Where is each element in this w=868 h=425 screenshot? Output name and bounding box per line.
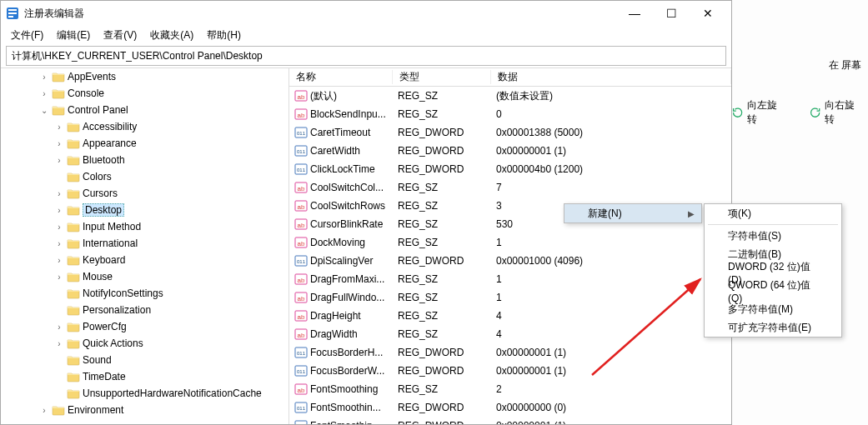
ctx-sub-item[interactable]: 可扩充字符串值(E)	[705, 318, 841, 337]
value-data: 0x00000000 (0)	[491, 402, 731, 413]
chevron-right-icon[interactable]: ›	[54, 156, 64, 165]
tree-item[interactable]: UnsupportedHardwareNotificationCache	[1, 385, 288, 402]
ctx-sub-item[interactable]: 项(K)	[705, 204, 841, 222]
col-data[interactable]: 数据	[491, 70, 731, 84]
tree-item[interactable]: ›Cursors	[1, 185, 288, 202]
chevron-right-icon[interactable]: ›	[54, 339, 64, 348]
tree-item[interactable]: ›Environment	[1, 402, 288, 418]
titlebar[interactable]: 注册表编辑器 — ☐ ✕	[1, 1, 731, 26]
tree-item[interactable]: Sound	[1, 352, 288, 368]
ctx-sub-item[interactable]: 字符串值(S)	[705, 227, 841, 245]
chevron-down-icon[interactable]: ⌄	[39, 106, 49, 115]
chevron-right-icon[interactable]: ›	[54, 122, 64, 132]
list-header[interactable]: 名称 类型 数据	[289, 68, 731, 87]
list-row[interactable]: abCoolSwitchCol...REG_SZ7	[289, 178, 731, 197]
menu-file[interactable]: 文件(F)	[6, 27, 48, 44]
tree-item[interactable]: ›Keyboard	[1, 252, 288, 268]
chevron-right-icon[interactable]: ›	[54, 322, 64, 332]
list-row[interactable]: abDragFullWindo...REG_SZ1	[289, 288, 731, 307]
list-row[interactable]: 011FocusBorderW...REG_DWORD0x00000001 (1…	[289, 362, 731, 380]
chevron-right-icon[interactable]: ›	[54, 256, 64, 265]
value-type: REG_SZ	[393, 182, 491, 193]
tree-item[interactable]: Colors	[1, 168, 288, 185]
col-type[interactable]: 类型	[393, 70, 491, 84]
value-data: 0x00001388 (5000)	[491, 127, 731, 138]
tree-item[interactable]: ›International	[1, 235, 288, 252]
tree-item[interactable]: ›Quick Actions	[1, 335, 288, 352]
minimize-button[interactable]: —	[616, 1, 653, 26]
value-type: REG_DWORD	[393, 365, 491, 377]
list-row[interactable]: abDragWidthREG_SZ4	[289, 325, 731, 343]
tree-item[interactable]: ›Console	[1, 85, 288, 102]
value-data: 0x00000001 (1)	[491, 365, 731, 377]
folder-icon	[67, 321, 80, 332]
tree-item[interactable]: NotifyIconSettings	[1, 285, 288, 302]
value-name: CaretTimeout	[310, 127, 370, 138]
tree-item[interactable]: ›PowerCfg	[1, 318, 288, 335]
svg-rect-2	[8, 12, 17, 14]
tree-item[interactable]: ›Desktop	[1, 202, 288, 218]
value-name: (默认)	[310, 89, 337, 103]
tree-item-label: Appearance	[83, 138, 137, 149]
tree-item-label: NotifyIconSettings	[83, 288, 163, 299]
tree-item[interactable]: TimeDate	[1, 368, 288, 385]
chevron-right-icon[interactable]: ›	[54, 272, 64, 282]
chevron-right-icon[interactable]: ›	[54, 239, 64, 248]
list-row[interactable]: 011FontSmoothin...REG_DWORD0x00000000 (0…	[289, 398, 731, 417]
chevron-right-icon[interactable]: ›	[39, 72, 49, 82]
menu-favorites[interactable]: 收藏夹(A)	[145, 27, 198, 44]
tree-item[interactable]: ›Appearance	[1, 135, 288, 152]
list-row[interactable]: 011ClickLockTimeREG_DWORD0x000004b0 (120…	[289, 160, 731, 178]
list-row[interactable]: abFontSmoothingREG_SZ2	[289, 380, 731, 398]
menu-edit[interactable]: 编辑(E)	[52, 27, 95, 44]
ctx-sub-item[interactable]: 多字符串值(M)	[705, 300, 841, 318]
value-data: 1	[491, 292, 731, 303]
list-row[interactable]: 011CaretWidthREG_DWORD0x00000001 (1)	[289, 142, 731, 160]
chevron-right-icon[interactable]: ›	[54, 206, 64, 215]
chevron-right-icon[interactable]: ›	[54, 189, 64, 198]
value-data: 0x000004b0 (1200)	[491, 163, 731, 175]
reg-sz-icon: ab	[294, 181, 308, 194]
value-type: REG_SZ	[393, 108, 491, 120]
tree-item[interactable]: Personalization	[1, 302, 288, 318]
tree-item[interactable]: ›Bluetooth	[1, 152, 288, 168]
ctx-new[interactable]: 新建(N) ▶	[564, 204, 701, 222]
address-bar[interactable]: 计算机\HKEY_CURRENT_USER\Control Panel\Desk…	[6, 46, 726, 66]
menu-help[interactable]: 帮助(H)	[202, 27, 246, 44]
value-type: REG_SZ	[393, 200, 491, 212]
list-row[interactable]: abBlockSendInpu...REG_SZ0	[289, 105, 731, 123]
list-row[interactable]: 011FocusBorderH...REG_DWORD0x00000001 (1…	[289, 343, 731, 362]
list-row[interactable]: 011CaretTimeoutREG_DWORD0x00001388 (5000…	[289, 123, 731, 142]
tree-item[interactable]: ⌄Control Panel	[1, 102, 288, 118]
tree-item[interactable]: ›Input Method	[1, 218, 288, 235]
list-row[interactable]: ab(默认)REG_SZ(数值未设置)	[289, 87, 731, 105]
list-pane[interactable]: 名称 类型 数据 ab(默认)REG_SZ(数值未设置)abBlockSendI…	[289, 68, 731, 424]
regedit-icon	[6, 7, 19, 20]
reg-sz-icon: ab	[294, 89, 308, 102]
col-name[interactable]: 名称	[289, 70, 393, 84]
svg-text:ab: ab	[298, 332, 305, 339]
rotate-right-button[interactable]: 向右旋转	[809, 98, 863, 127]
tree-item[interactable]: ›AppEvents	[1, 68, 288, 85]
list-row[interactable]: abDragHeightREG_SZ4	[289, 307, 731, 325]
rotate-left-button[interactable]: 向左旋转	[731, 98, 785, 127]
tree-pane[interactable]: ›AppEvents›Console⌄Control Panel›Accessi…	[1, 68, 289, 424]
maximize-button[interactable]: ☐	[653, 1, 690, 26]
list-row[interactable]: 011DpiScalingVerREG_DWORD0x00001000 (409…	[289, 252, 731, 270]
ctx-sub-item[interactable]: QWORD (64 位)值(Q)	[705, 282, 841, 300]
menu-view[interactable]: 查看(V)	[98, 27, 142, 44]
svg-text:ab: ab	[298, 313, 305, 321]
chevron-right-icon[interactable]: ›	[54, 222, 64, 232]
tree-item[interactable]: ›Mouse	[1, 268, 288, 285]
chevron-right-icon[interactable]: ›	[54, 139, 64, 148]
chevron-right-icon[interactable]: ›	[39, 89, 49, 98]
value-data: 7	[491, 182, 731, 193]
close-button[interactable]: ✕	[690, 1, 726, 26]
tree-item[interactable]: ›Accessibility	[1, 118, 288, 135]
list-row[interactable]: abDockMovingREG_SZ1	[289, 233, 731, 252]
list-row[interactable]: abDragFromMaxi...REG_SZ1	[289, 270, 731, 288]
list-row[interactable]: 011FontSmoothin...REG_DWORD0x00000001 (1…	[289, 417, 731, 424]
value-data: 4	[491, 328, 731, 340]
chevron-right-icon[interactable]: ›	[39, 406, 49, 415]
chevron-right-icon: ▶	[688, 209, 695, 218]
